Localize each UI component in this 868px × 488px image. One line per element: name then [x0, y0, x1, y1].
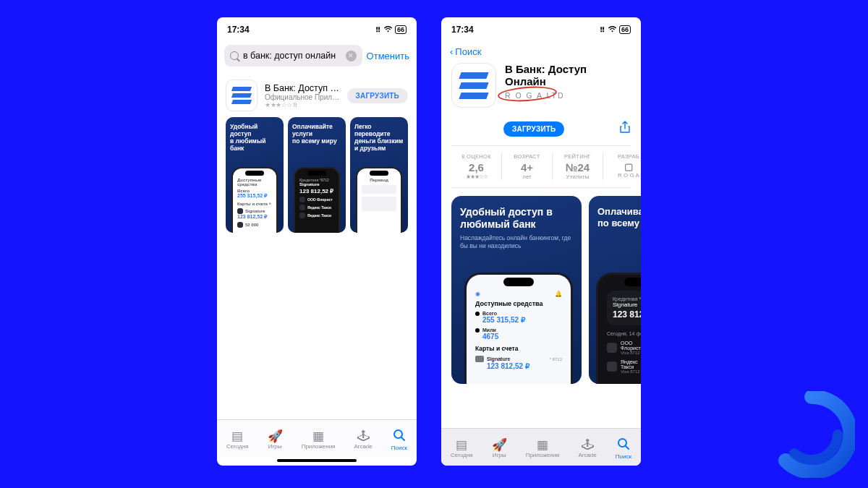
- device-mock: Кредитная *8712 Signature 123 812,52 Сег…: [596, 273, 641, 384]
- screenshot-3[interactable]: Легко переводите деньги близким и друзья…: [350, 117, 408, 233]
- cellular-icon: ⠿: [600, 26, 605, 34]
- tab-games[interactable]: 🚀Игры: [268, 430, 283, 450]
- app-icon: [226, 80, 258, 111]
- today-icon: ▤: [456, 439, 467, 451]
- chevron-left-icon: ‹: [450, 46, 453, 57]
- status-bar: 17:34 ⠿ 66: [441, 17, 641, 42]
- avatar-icon: ◉: [475, 291, 480, 297]
- battery-icon: 66: [619, 25, 631, 34]
- screenshot-2[interactable]: Оплачивайте по всему Кредитная *8712 Sig…: [589, 196, 641, 384]
- status-time: 17:34: [451, 25, 474, 35]
- today-icon: ▤: [231, 430, 243, 442]
- watermark-logo: [768, 391, 855, 478]
- status-icons: ⠿ 66: [600, 25, 631, 34]
- tab-bar: ▤Сегодня 🚀Игры ▦Приложения 🕹Arcade Поиск: [217, 419, 417, 457]
- metric-developer: РАЗРАБ ▢ R O G A: [603, 153, 641, 180]
- tab-today[interactable]: ▤Сегодня: [226, 430, 249, 450]
- bell-icon: 🔔: [555, 291, 562, 297]
- screenshot-1[interactable]: Удобный доступ в любимый банк Наслаждайт…: [451, 196, 582, 384]
- arcade-icon: 🕹: [582, 439, 594, 451]
- arcade-icon: 🕹: [357, 430, 370, 442]
- search-icon: [230, 51, 239, 60]
- clear-icon[interactable]: ✕: [346, 51, 357, 61]
- app-info: В Банк: Доступ Он... Официальное Приложе…: [265, 83, 340, 108]
- search-text: в банк: доступ онлайн: [243, 51, 336, 61]
- screenshot-2[interactable]: Оплачивайте услуги по всему миру Кредитн…: [288, 117, 346, 233]
- games-icon: 🚀: [268, 430, 283, 442]
- metric-age: ВОЗРАСТ 4+ лет: [502, 153, 553, 180]
- svg-line-1: [401, 437, 404, 440]
- home-indicator: [277, 459, 357, 462]
- tab-arcade[interactable]: 🕹Arcade: [578, 439, 596, 458]
- wifi-icon: [608, 25, 617, 34]
- back-button[interactable]: ‹ Поиск: [441, 42, 641, 60]
- transaction-row: ООО ФлористVisa 8712- 4 450 ₽: [607, 341, 641, 355]
- screenshot-carousel[interactable]: Удобный доступ в любимый банк Доступные …: [217, 117, 417, 233]
- apps-icon: ▦: [312, 430, 324, 442]
- developer-name[interactable]: R O G A LTD: [505, 91, 565, 100]
- tab-arcade[interactable]: 🕹Arcade: [354, 430, 372, 450]
- search-row: в банк: доступ онлайн ✕ Отменить: [217, 42, 417, 72]
- transaction-row: Яндекс ТаксиVisa 8712- 837 ₽: [607, 359, 641, 374]
- search-field[interactable]: в банк: доступ онлайн ✕: [224, 45, 362, 67]
- svg-line-3: [626, 446, 629, 449]
- screenshot-carousel[interactable]: Удобный доступ в любимый банк Наслаждайт…: [441, 196, 641, 384]
- wifi-icon: [383, 25, 393, 34]
- metrics-row[interactable]: 8 ОЦЕНОК 2,6 ★★★☆☆ ВОЗРАСТ 4+ лет РЕЙТИН…: [441, 146, 641, 187]
- mini-device: Кредитная *8712 Signature 123 812,52 ₽ О…: [294, 167, 340, 233]
- tab-search[interactable]: Поиск: [391, 429, 407, 451]
- app-icon: [451, 63, 496, 108]
- screenshot-1[interactable]: Удобный доступ в любимый банк Доступные …: [226, 117, 284, 233]
- search-tab-icon: [393, 429, 406, 444]
- battery-icon: 66: [395, 25, 407, 34]
- games-icon: 🚀: [492, 439, 507, 451]
- tab-search[interactable]: Поиск: [616, 437, 631, 460]
- cancel-button[interactable]: Отменить: [367, 51, 409, 61]
- tab-today[interactable]: ▤Сегодня: [451, 439, 473, 458]
- app-title: В Банк: Доступ Онлайн: [505, 63, 631, 88]
- search-result-row[interactable]: В Банк: Доступ Он... Официальное Приложе…: [217, 72, 417, 117]
- action-row: ЗАГРУЗИТЬ: [441, 114, 641, 145]
- app-subtitle: Официальное Приложе...: [265, 93, 340, 101]
- app-rating: ★★★☆☆ 8: [265, 101, 340, 108]
- status-time: 17:34: [227, 25, 250, 35]
- tab-apps[interactable]: ▦Приложения: [526, 439, 560, 458]
- developer-icon: ▢: [606, 161, 641, 172]
- get-button[interactable]: ЗАГРУЗИТЬ: [347, 88, 408, 103]
- status-icons: ⠿ 66: [375, 25, 407, 34]
- app-header: В Банк: Доступ Онлайн R O G A LTD: [441, 60, 641, 114]
- status-bar: 17:34 ⠿ 66: [217, 17, 417, 42]
- back-label: Поиск: [455, 46, 481, 57]
- cellular-icon: ⠿: [375, 26, 381, 34]
- metric-rank: РЕЙТИНГ №24 Утилиты: [553, 153, 603, 180]
- device-mock: ◉ 🔔 Доступные средства Всего 255 315,52 …: [464, 273, 573, 384]
- mini-device: Перевод: [356, 167, 402, 233]
- phone-app-detail: 17:34 ⠿ 66 ‹ Поиск В Банк: Доступ Онлайн…: [441, 17, 641, 466]
- share-icon[interactable]: [619, 121, 631, 137]
- tab-apps[interactable]: ▦Приложения: [302, 430, 336, 450]
- rating-stars: ★★★☆☆: [454, 174, 498, 180]
- tab-bar: ▤Сегодня 🚀Игры ▦Приложения 🕹Arcade Поиск: [441, 428, 641, 466]
- app-title: В Банк: Доступ Он...: [265, 83, 340, 93]
- tab-games[interactable]: 🚀Игры: [492, 439, 507, 458]
- search-tab-icon: [617, 437, 630, 453]
- phone-search-results: 17:34 ⠿ 66 в банк: доступ онлайн ✕ Отмен…: [217, 17, 417, 466]
- apps-icon: ▦: [537, 439, 548, 451]
- get-button[interactable]: ЗАГРУЗИТЬ: [503, 121, 564, 137]
- mini-device: Доступные средства Всего 255 315,52 ₽ Ка…: [231, 167, 278, 233]
- credit-card-widget: Кредитная *8712 Signature 123 812,52: [607, 291, 641, 325]
- metric-rating: 8 ОЦЕНОК 2,6 ★★★☆☆: [451, 153, 502, 180]
